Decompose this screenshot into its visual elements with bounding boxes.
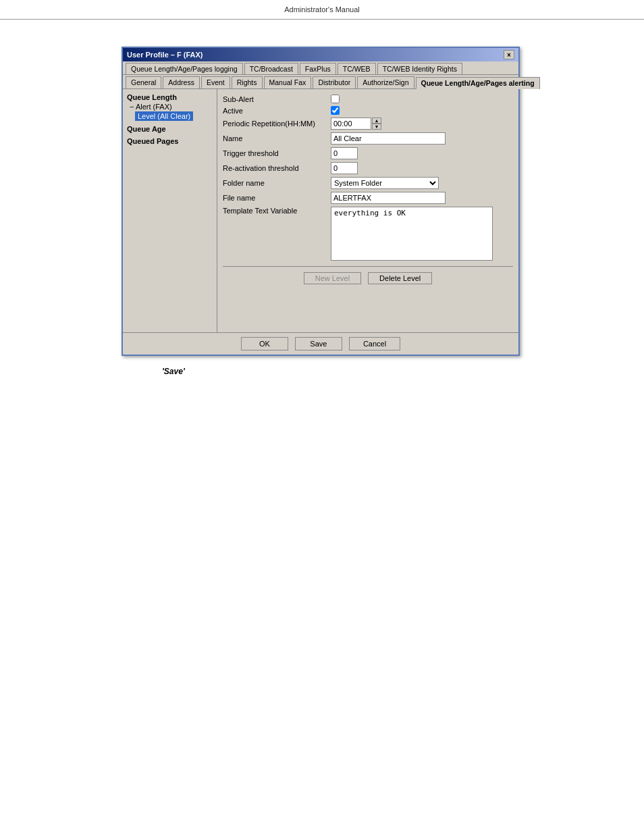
section-queue-length: Queue Length <box>127 93 213 101</box>
periodic-repetition-spinner: ▲ ▼ <box>331 118 381 130</box>
page-content: User Profile – F (FAX) × Queue Length/Ag… <box>0 20 644 376</box>
folder-name-label: Folder name <box>223 179 331 187</box>
active-row: Active <box>223 106 513 115</box>
dialog-title: User Profile – F (FAX) <box>127 51 203 59</box>
tab-tc-web-identity[interactable]: TC/WEB Identity Rights <box>377 63 462 74</box>
trigger-threshold-row: Trigger threshold <box>223 147 513 159</box>
sub-alert-checkbox[interactable] <box>331 95 340 103</box>
file-name-input[interactable] <box>331 192 446 204</box>
name-label: Name <box>223 134 331 142</box>
dialog-titlebar: User Profile – F (FAX) × <box>123 48 518 61</box>
template-text-row: Template Text Variable everything is OK <box>223 207 513 261</box>
folder-name-select[interactable]: System Folder Local Folder Custom Folder <box>331 177 439 189</box>
new-level-button[interactable]: New Level <box>304 272 361 284</box>
tab-authorize-sign[interactable]: Authorize/Sign <box>357 76 414 88</box>
tree-level-all-clear[interactable]: Level (All Clear) <box>127 111 213 121</box>
section-queued-pages: Queued Pages <box>127 137 213 145</box>
cancel-button[interactable]: Cancel <box>349 337 400 350</box>
tab-queue-length-logging[interactable]: Queue Length/Age/Pages logging <box>126 63 243 74</box>
active-label: Active <box>223 107 331 115</box>
spinner-up-button[interactable]: ▲ <box>372 118 381 124</box>
spinner-buttons: ▲ ▼ <box>372 118 381 130</box>
sub-alert-row: Sub-Alert <box>223 95 513 103</box>
name-input[interactable] <box>331 132 446 145</box>
reactivation-label: Re-activation threshold <box>223 164 331 172</box>
page-header: Administrator's Manual <box>0 0 644 20</box>
tab-row-1: Queue Length/Age/Pages logging TC/Broadc… <box>123 61 518 75</box>
active-checkbox[interactable] <box>331 106 340 115</box>
delete-level-button[interactable]: Delete Level <box>368 272 432 284</box>
dialog-window: User Profile – F (FAX) × Queue Length/Ag… <box>122 47 520 356</box>
dialog-footer: OK Save Cancel <box>123 332 518 355</box>
section-queue-age: Queue Age <box>127 125 213 133</box>
sub-alert-label: Sub-Alert <box>223 95 331 103</box>
tab-queue-alerting[interactable]: Queue Length/Age/Pages alerting <box>416 77 540 89</box>
reactivation-input[interactable] <box>331 162 358 174</box>
right-panel: Sub-Alert Active Periodic Repetition(HH:… <box>217 89 518 332</box>
folder-name-row: Folder name System Folder Local Folder C… <box>223 177 513 189</box>
trigger-threshold-input[interactable] <box>331 147 358 159</box>
active-checkbox-wrap <box>331 106 340 115</box>
trigger-threshold-label: Trigger threshold <box>223 149 331 157</box>
caption: 'Save' <box>162 367 644 376</box>
template-text-textarea[interactable]: everything is OK <box>331 207 493 261</box>
template-text-label: Template Text Variable <box>223 207 331 215</box>
spinner-down-button[interactable]: ▼ <box>372 124 381 130</box>
tab-general[interactable]: General <box>126 76 161 88</box>
tab-event[interactable]: Event <box>201 76 230 88</box>
periodic-repetition-row: Periodic Repetition(HH:MM) ▲ ▼ <box>223 118 513 130</box>
name-row: Name <box>223 132 513 145</box>
tab-faxplus[interactable]: FaxPlus <box>300 63 336 74</box>
tab-manual-fax[interactable]: Manual Fax <box>264 76 312 88</box>
periodic-repetition-label: Periodic Repetition(HH:MM) <box>223 120 331 128</box>
tab-rights[interactable]: Rights <box>232 76 263 88</box>
tab-tc-web[interactable]: TC/WEB <box>338 63 376 74</box>
tab-address[interactable]: Address <box>163 76 200 88</box>
inner-buttons-row: New Level Delete Level <box>223 266 513 288</box>
tab-tc-broadcast[interactable]: TC/Broadcast <box>244 63 298 74</box>
file-name-label: File name <box>223 194 331 202</box>
sub-alert-checkbox-wrap <box>331 95 340 103</box>
close-button[interactable]: × <box>504 50 514 59</box>
tree-alert-fax[interactable]: − Alert (FAX) <box>127 103 213 111</box>
ok-button[interactable]: OK <box>241 337 288 350</box>
dialog-body: Queue Length − Alert (FAX) Level (All Cl… <box>123 89 518 332</box>
folder-name-dropdown-wrap: System Folder Local Folder Custom Folder <box>331 177 439 189</box>
tab-distributor[interactable]: Distributor <box>313 76 356 88</box>
header-title: Administrator's Manual <box>284 5 360 14</box>
file-name-row: File name <box>223 192 513 204</box>
left-panel: Queue Length − Alert (FAX) Level (All Cl… <box>123 89 217 332</box>
reactivation-row: Re-activation threshold <box>223 162 513 174</box>
periodic-repetition-input[interactable] <box>331 118 371 130</box>
save-button[interactable]: Save <box>295 337 342 350</box>
tab-row-2: General Address Event Rights Manual Fax … <box>123 75 518 89</box>
